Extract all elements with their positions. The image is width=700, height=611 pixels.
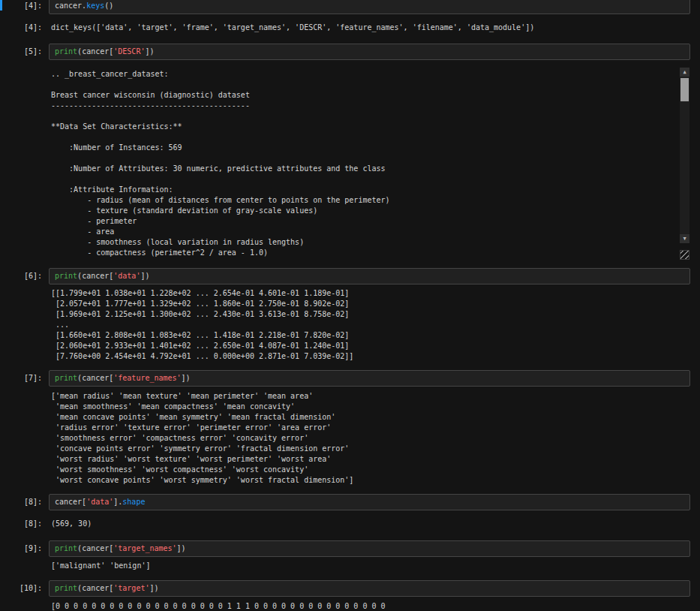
- input-prompt: [9]:: [0, 540, 49, 554]
- descr-output-text: .. _breast_cancer_dataset: Breast cancer…: [51, 69, 674, 258]
- output-area-shape: [8]: (569, 30): [0, 519, 700, 529]
- code-token: (cancer[: [77, 374, 113, 382]
- code-line: print(cancer['target_names']): [55, 543, 684, 554]
- code-cell-7: [7]: print(cancer['feature_names']): [0, 370, 700, 387]
- code-token: 'target': [113, 584, 149, 592]
- code-token: print: [55, 544, 77, 552]
- input-prompt: [5]:: [0, 44, 49, 57]
- descr-scrollbar[interactable]: ▲ ▼: [680, 68, 689, 243]
- code-token: ]): [149, 584, 158, 592]
- output-area-4: [4]: dict_keys(['data', 'target', 'frame…: [0, 23, 700, 33]
- code-editor-6[interactable]: print(cancer['data']): [49, 268, 690, 284]
- input-prompt: [8]:: [0, 494, 49, 507]
- output-area-target-names: ['malignant' 'benign']: [0, 561, 700, 571]
- output-content: [0 0 0 0 0 0 0 0 0 0 0 0 0 0 0 0 0 0 0 1…: [49, 601, 690, 611]
- code-token: shape: [122, 498, 145, 506]
- code-token: 'target_names': [113, 544, 176, 552]
- code-token: ]): [177, 544, 186, 552]
- data-array-output-text: [[1.799e+01 1.038e+01 1.228e+02 ... 2.65…: [51, 288, 690, 362]
- code-cell-10: [10]: print(cancer['target']): [0, 580, 700, 597]
- code-token: (): [104, 2, 113, 10]
- code-token: (cancer[: [77, 584, 113, 592]
- code-cell-6: [6]: print(cancer['data']): [0, 268, 700, 284]
- input-prompt: [7]:: [0, 370, 49, 384]
- code-token: ]): [182, 374, 191, 382]
- code-editor-4[interactable]: cancer.keys(): [49, 0, 690, 14]
- code-editor-9[interactable]: print(cancer['target_names']): [49, 540, 690, 557]
- code-token: 'DESCR': [113, 47, 145, 56]
- output-content: [[1.799e+01 1.038e+01 1.228e+02 ... 2.65…: [49, 288, 690, 362]
- scroll-down-icon[interactable]: ▼: [680, 234, 689, 243]
- input-prompt: [4]:: [0, 0, 49, 11]
- code-token: (cancer[: [77, 544, 113, 552]
- code-token: (cancer[: [77, 47, 113, 56]
- output-content: ['malignant' 'benign']: [49, 561, 690, 571]
- code-cell-9: [9]: print(cancer['target_names']): [0, 540, 700, 557]
- code-editor-10[interactable]: print(cancer['target']): [49, 580, 690, 597]
- code-token: 'feature_names': [113, 374, 181, 382]
- input-prompt: [10]:: [0, 580, 49, 594]
- output-area-data: [[1.799e+01 1.038e+01 1.228e+02 ... 2.65…: [0, 288, 700, 362]
- shape-output-text: (569, 30): [51, 519, 690, 529]
- output-area-target: [0 0 0 0 0 0 0 0 0 0 0 0 0 0 0 0 0 0 0 1…: [0, 601, 700, 611]
- code-token: ].: [113, 498, 122, 506]
- output-prompt: [8]:: [0, 519, 49, 529]
- code-token: ]): [140, 272, 149, 280]
- feature-names-output-text: ['mean radius' 'mean texture' 'mean peri…: [51, 391, 690, 486]
- code-line: print(cancer['feature_names']): [55, 373, 684, 384]
- code-token: 'data': [86, 498, 113, 506]
- active-cell-indicator: [0, 0, 2, 11]
- code-editor-7[interactable]: print(cancer['feature_names']): [49, 370, 690, 387]
- notebook: [4]: cancer.keys() [4]: dict_keys(['data…: [0, 0, 700, 609]
- output-prompt: [4]:: [0, 23, 49, 33]
- target-names-output-text: ['malignant' 'benign']: [51, 561, 690, 571]
- code-token: print: [55, 584, 77, 592]
- input-prompt: [6]:: [0, 268, 49, 281]
- code-editor-5[interactable]: print(cancer['DESCR']): [49, 44, 690, 60]
- target-output-text: [0 0 0 0 0 0 0 0 0 0 0 0 0 0 0 0 0 0 0 1…: [51, 601, 690, 611]
- code-line: print(cancer['data']): [55, 271, 684, 281]
- scroll-up-icon[interactable]: ▲: [680, 68, 689, 77]
- code-cell-4: [4]: cancer.keys(): [0, 0, 700, 14]
- dict-keys-output-text: dict_keys(['data', 'target', 'frame', 't…: [51, 23, 690, 33]
- code-token: print: [55, 47, 77, 56]
- code-line: cancer['data'].shape: [55, 497, 684, 507]
- code-line: print(cancer['target']): [55, 583, 684, 594]
- descr-scroll-output[interactable]: .. _breast_cancer_dataset: Breast cancer…: [49, 68, 690, 260]
- scrollbar-thumb[interactable]: [680, 78, 689, 101]
- code-line: cancer.keys(): [55, 1, 684, 11]
- code-token: 'data': [113, 272, 140, 280]
- code-token: print: [55, 272, 77, 280]
- output-content: ['mean radius' 'mean texture' 'mean peri…: [49, 391, 690, 486]
- output-content: dict_keys(['data', 'target', 'frame', 't…: [49, 23, 690, 33]
- code-cell-5: [5]: print(cancer['DESCR']): [0, 44, 700, 60]
- code-token: keys: [86, 2, 104, 10]
- resize-grip-icon[interactable]: [680, 250, 689, 260]
- code-line: print(cancer['DESCR']): [55, 47, 684, 57]
- code-token: ]): [145, 47, 154, 56]
- code-token: cancer[: [55, 498, 86, 506]
- code-editor-8[interactable]: cancer['data'].shape: [49, 494, 690, 510]
- code-token: print: [55, 374, 77, 382]
- output-content: (569, 30): [49, 519, 690, 529]
- output-area-feature-names: ['mean radius' 'mean texture' 'mean peri…: [0, 391, 700, 486]
- code-cell-8: [8]: cancer['data'].shape: [0, 494, 700, 510]
- output-area-descr: .. _breast_cancer_dataset: Breast cancer…: [0, 68, 700, 260]
- code-token: cancer.: [55, 2, 86, 10]
- code-token: (cancer[: [77, 272, 113, 280]
